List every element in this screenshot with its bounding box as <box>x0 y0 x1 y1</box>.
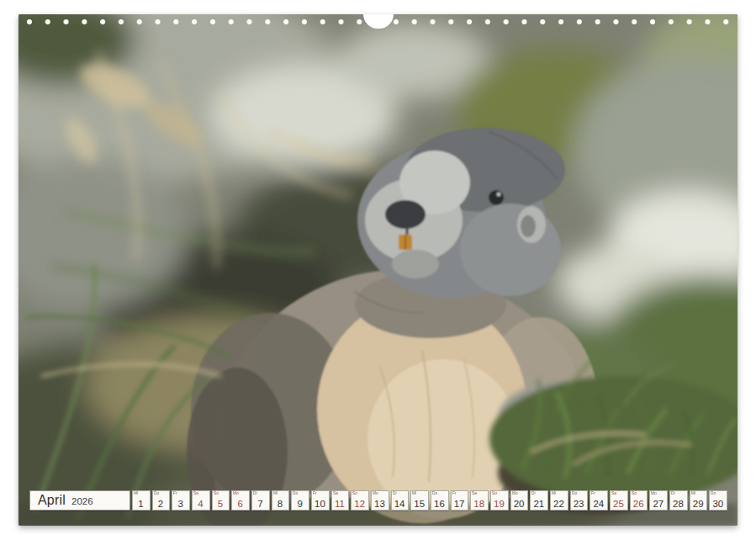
weekday-label: Fr <box>452 491 457 495</box>
year-label: 2026 <box>71 493 93 511</box>
day-number: 24 <box>590 499 606 509</box>
day-cell: Mo 20 <box>510 490 529 511</box>
day-cell: Do 16 <box>431 490 449 511</box>
weekday-label: Sa <box>611 491 616 495</box>
day-cell: So 12 <box>351 490 369 511</box>
day-number: 20 <box>511 499 527 509</box>
day-number: 26 <box>631 499 647 509</box>
weekday-label: Do <box>432 491 437 495</box>
day-number: 2 <box>153 499 169 509</box>
weekday-label: Mo <box>651 491 657 495</box>
weekday-label: Fr <box>173 491 177 495</box>
weekday-label: Di <box>393 491 397 495</box>
weekday-label: Fr <box>591 491 595 495</box>
day-number: 1 <box>133 499 149 509</box>
weekday-label: Sa <box>472 491 477 495</box>
day-cell: Do 23 <box>570 490 589 511</box>
weekday-label: Mo <box>512 491 518 495</box>
month-name: April <box>38 491 66 509</box>
day-cell: Sa 25 <box>610 490 628 511</box>
day-number: 28 <box>670 499 686 509</box>
weekday-label: Sa <box>333 491 338 495</box>
day-number: 12 <box>352 499 367 509</box>
day-number: 17 <box>452 499 468 509</box>
day-number: 27 <box>650 499 666 509</box>
day-cell: Fr 17 <box>451 490 469 511</box>
day-cells-row: Mi 1 Do 2 Fr 3 Sa 4 So 5 <box>132 490 727 512</box>
weekday-label: Do <box>572 491 577 495</box>
day-cell: Sa 18 <box>470 490 489 511</box>
day-cell: So 19 <box>490 490 509 511</box>
day-number: 22 <box>551 499 567 509</box>
day-cell: Mo 27 <box>649 490 668 511</box>
day-number: 8 <box>272 499 288 509</box>
weekday-label: So <box>214 491 219 495</box>
day-cell: Mi 29 <box>690 490 708 511</box>
calendar-sheet: April 2026 Mi 1 Do 2 Fr 3 Sa 4 <box>19 14 737 526</box>
weekday-label: Di <box>531 491 536 495</box>
weekday-label: Do <box>154 491 159 495</box>
day-number: 13 <box>372 499 388 509</box>
day-cell: Mi 1 <box>132 490 151 511</box>
day-number: 10 <box>312 499 328 509</box>
weekday-label: Do <box>293 491 298 495</box>
weekday-label: So <box>352 491 357 495</box>
weekday-label: Fr <box>313 491 317 495</box>
day-cell: Fr 10 <box>311 490 330 511</box>
day-cell: Mo 6 <box>231 490 250 511</box>
day-number: 4 <box>193 499 209 509</box>
day-number: 5 <box>213 499 229 509</box>
weekday-label: Di <box>253 491 257 495</box>
day-cell: Mi 15 <box>410 490 429 511</box>
day-cell: Mo 13 <box>371 490 389 511</box>
day-number: 7 <box>252 499 268 509</box>
month-label-box: April 2026 <box>29 490 130 511</box>
day-cell: Sa 11 <box>331 490 350 511</box>
calendar-strip: April 2026 Mi 1 Do 2 Fr 3 Sa 4 <box>29 490 727 512</box>
day-cell: So 26 <box>630 490 648 511</box>
day-number: 16 <box>431 499 447 509</box>
day-number: 14 <box>392 499 408 509</box>
day-cell: Do 30 <box>709 490 727 511</box>
day-number: 25 <box>611 499 626 509</box>
weekday-label: Di <box>671 491 675 495</box>
day-cell: Di 21 <box>530 490 548 511</box>
day-cell: Fr 3 <box>172 490 190 511</box>
weekday-label: Mi <box>412 491 416 495</box>
day-cell: Mi 8 <box>272 490 290 511</box>
day-number: 15 <box>411 499 427 509</box>
weekday-label: Mi <box>134 491 138 495</box>
day-cell: Mi 22 <box>550 490 568 511</box>
weekday-label: Mi <box>273 491 278 495</box>
weekday-label: Mi <box>552 491 556 495</box>
day-cell: Fr 24 <box>589 490 608 511</box>
day-number: 9 <box>292 499 308 509</box>
day-cell: Do 9 <box>291 490 309 511</box>
day-number: 18 <box>471 499 487 509</box>
day-number: 23 <box>571 499 587 509</box>
day-number: 19 <box>491 499 507 509</box>
day-cell: Di 28 <box>669 490 688 511</box>
day-number: 3 <box>172 499 188 509</box>
day-number: 21 <box>531 499 547 509</box>
day-cell: Sa 4 <box>192 490 210 511</box>
weekday-label: So <box>632 491 637 495</box>
calendar-page: April 2026 Mi 1 Do 2 Fr 3 Sa 4 <box>0 0 756 545</box>
weekday-label: Mi <box>691 491 695 495</box>
day-number: 30 <box>710 499 726 509</box>
day-number: 11 <box>332 499 348 509</box>
weekday-label: Do <box>711 491 716 495</box>
day-cell: Do 2 <box>152 490 171 511</box>
day-number: 6 <box>232 499 248 509</box>
weekday-label: Sa <box>193 491 198 495</box>
weekday-label: Mo <box>373 491 378 495</box>
marmot-photo <box>19 14 737 526</box>
day-cell: So 5 <box>212 490 230 511</box>
day-number: 29 <box>690 499 706 509</box>
day-cell: Di 7 <box>251 490 270 511</box>
weekday-label: So <box>492 491 497 495</box>
day-cell: Di 14 <box>391 490 410 511</box>
weekday-label: Mo <box>233 491 239 495</box>
